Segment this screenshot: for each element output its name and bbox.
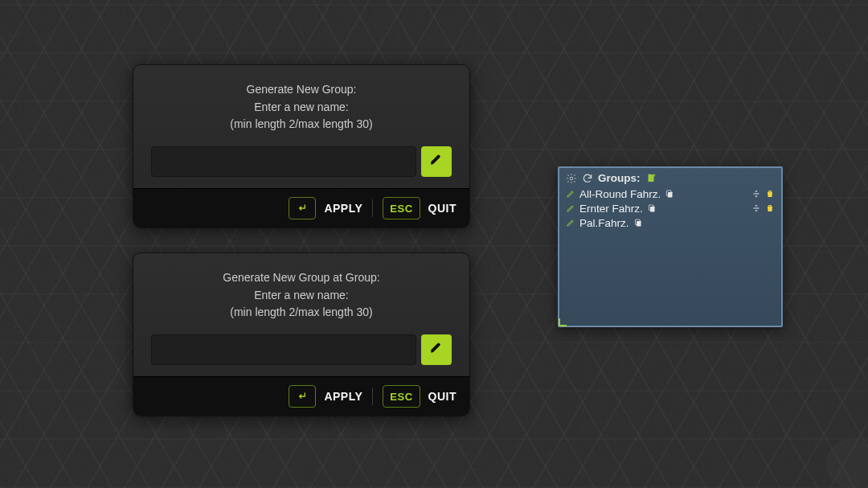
dialog-constraint: (min length 2/max length 30): [151, 304, 452, 322]
rename-icon[interactable]: [566, 218, 575, 228]
panel-header: Groups:: [559, 168, 781, 187]
dialog-title: Generate New Group:: [151, 81, 452, 99]
edit-name-button[interactable]: [421, 334, 452, 365]
dialog-prompt: Enter a new name:: [151, 287, 452, 305]
rename-icon[interactable]: [566, 203, 575, 213]
add-group-icon[interactable]: [645, 173, 657, 184]
copy-icon[interactable]: +: [647, 203, 657, 213]
new-group-dialog: Generate New Group: Enter a new name: (m…: [133, 64, 470, 228]
svg-text:+: +: [639, 219, 641, 223]
panel-title: Groups:: [598, 172, 641, 184]
edit-name-button[interactable]: [421, 146, 452, 177]
resize-handle[interactable]: [559, 318, 567, 326]
apply-button[interactable]: APPLY: [324, 202, 362, 215]
move-icon[interactable]: [751, 189, 761, 199]
svg-text:+: +: [671, 191, 674, 195]
footer-divider: [372, 388, 373, 405]
group-name: Pal.Fahrz.: [579, 217, 629, 229]
dialog-body: Generate New Group at Group: Enter a new…: [133, 253, 469, 376]
groups-panel[interactable]: Groups: All-Round Fahrz. + Ernter Fahrz.…: [558, 166, 783, 327]
esc-key-icon[interactable]: ESC: [383, 385, 420, 408]
apply-button[interactable]: APPLY: [324, 390, 362, 403]
dialog-title: Generate New Group at Group:: [151, 269, 452, 287]
group-row[interactable]: Pal.Fahrz. +: [566, 215, 775, 230]
new-group-at-group-dialog: Generate New Group at Group: Enter a new…: [133, 252, 470, 416]
esc-key-icon[interactable]: ESC: [383, 197, 420, 219]
copy-icon[interactable]: +: [665, 189, 674, 199]
move-icon[interactable]: [751, 203, 761, 213]
svg-text:+: +: [653, 205, 655, 209]
dialog-footer: APPLY ESC QUIT: [133, 376, 469, 416]
input-row: [151, 146, 452, 177]
group-row[interactable]: Ernter Fahrz. +: [566, 201, 775, 215]
svg-point-0: [570, 177, 573, 180]
copy-icon[interactable]: +: [633, 218, 643, 228]
group-name: Ernter Fahrz.: [579, 203, 643, 215]
dialog-constraint: (min length 2/max length 30): [151, 116, 452, 133]
group-name-input[interactable]: [151, 146, 416, 177]
delete-icon[interactable]: [765, 203, 775, 213]
dialog-footer: APPLY ESC QUIT: [133, 188, 469, 228]
input-row: [151, 334, 452, 365]
delete-icon[interactable]: [765, 189, 775, 199]
quit-button[interactable]: QUIT: [428, 202, 457, 215]
enter-key-icon[interactable]: [289, 385, 316, 408]
group-name-input[interactable]: [151, 334, 416, 365]
dialog-prompt: Enter a new name:: [151, 99, 452, 117]
gear-icon[interactable]: [566, 173, 577, 184]
pencil-icon: [429, 152, 444, 172]
quit-button[interactable]: QUIT: [428, 390, 457, 403]
group-row[interactable]: All-Round Fahrz. +: [566, 187, 775, 201]
pencil-icon: [429, 340, 444, 360]
enter-key-icon[interactable]: [289, 197, 316, 219]
rename-icon[interactable]: [566, 189, 575, 199]
dialog-body: Generate New Group: Enter a new name: (m…: [133, 65, 469, 188]
group-name: All-Round Fahrz.: [579, 188, 661, 200]
groups-list: All-Round Fahrz. + Ernter Fahrz. +: [559, 187, 781, 230]
refresh-icon[interactable]: [582, 173, 593, 184]
footer-divider: [372, 199, 373, 217]
